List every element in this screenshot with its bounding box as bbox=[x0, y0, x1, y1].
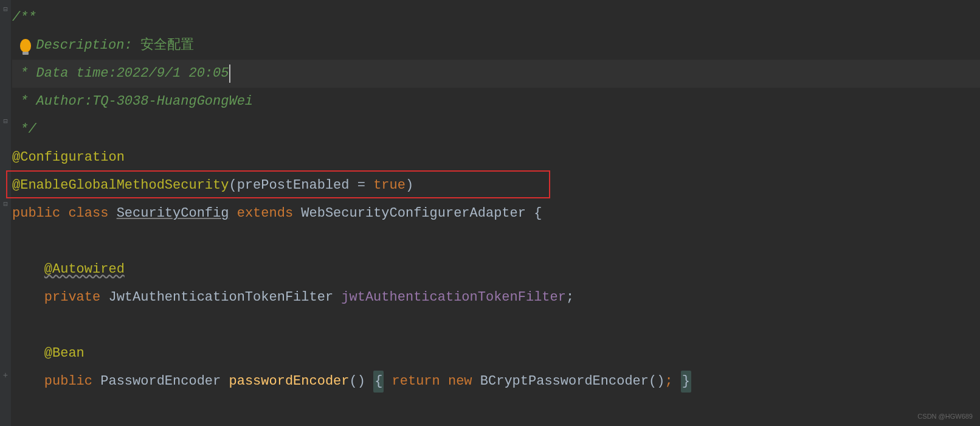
comment-line: Description: 安全配置 bbox=[12, 32, 980, 60]
annotation-bean: @Bean bbox=[44, 343, 85, 364]
annotation-param-name: prePostEnabled bbox=[237, 175, 350, 196]
class-declaration-line: public class SecurityConfig extends WebS… bbox=[12, 200, 980, 228]
annotation-configuration: @Configuration bbox=[12, 147, 125, 168]
comment-line: /** bbox=[12, 4, 980, 32]
annotation-autowired: @Autowired bbox=[44, 259, 125, 280]
brace-open: { bbox=[534, 203, 542, 224]
fold-marker-icon[interactable]: ⊟ bbox=[1, 118, 10, 127]
constructor-parens: () bbox=[649, 371, 664, 392]
comment-line-current: * Data time: 2022/9/1 20:05 bbox=[12, 60, 980, 88]
annotation-line: @Configuration bbox=[12, 144, 980, 172]
comment-line: * Author: TQ-3038-HuangGongWei bbox=[12, 88, 980, 116]
equals-sign: = bbox=[350, 175, 374, 196]
method-parens: () bbox=[350, 371, 365, 392]
return-type: PasswordEncoder bbox=[100, 371, 221, 392]
comment-datetime-label: Data time: bbox=[36, 63, 117, 84]
field-type: JwtAuthenticationTokenFilter bbox=[108, 287, 333, 308]
annotation-line: @Autowired bbox=[12, 256, 980, 284]
keyword-extends: extends bbox=[237, 203, 293, 224]
lightbulb-icon[interactable] bbox=[20, 39, 31, 52]
semicolon: ; bbox=[664, 371, 672, 392]
comment-datetime-value: 2022/9/1 20:05 bbox=[117, 63, 229, 84]
text-cursor bbox=[229, 65, 230, 83]
comment-author-value: TQ-3038-HuangGongWei bbox=[92, 91, 253, 112]
annotation-line-highlighted: @EnableGlobalMethodSecurity ( prePostEna… bbox=[12, 172, 980, 200]
annotation-enable-global: @EnableGlobalMethodSecurity bbox=[12, 175, 229, 196]
method-name: passwordEncoder bbox=[229, 371, 349, 392]
watermark-text: CSDN @HGW689 bbox=[917, 411, 973, 422]
paren-open: ( bbox=[229, 175, 236, 196]
editor-gutter: ⊟ ⊟ ⊟ + bbox=[0, 0, 11, 426]
paren-close: ) bbox=[405, 175, 413, 196]
field-declaration-line: private JwtAuthenticationTokenFilter jwt… bbox=[12, 284, 980, 312]
keyword-public: public bbox=[44, 371, 92, 392]
comment-description-value: 安全配置 bbox=[140, 35, 194, 56]
class-name: SecurityConfig bbox=[117, 203, 229, 224]
comment-author-label: Author: bbox=[36, 91, 92, 112]
constructor-name: BCryptPasswordEncoder bbox=[480, 371, 649, 392]
keyword-private: private bbox=[44, 287, 100, 308]
comment-close: */ bbox=[20, 119, 36, 140]
parent-class-name: WebSecurityConfigurerAdapter bbox=[301, 203, 526, 224]
gutter-plus-icon[interactable]: + bbox=[1, 369, 10, 382]
brace-close-highlighted: } bbox=[681, 371, 691, 392]
code-editor[interactable]: /** Description: 安全配置 * Data time: 2022/… bbox=[0, 0, 980, 396]
brace-open-highlighted: { bbox=[373, 371, 384, 392]
field-name: jwtAuthenticationTokenFilter bbox=[341, 287, 566, 308]
annotation-param-value: true bbox=[373, 175, 405, 196]
semicolon: ; bbox=[566, 287, 574, 308]
keyword-public: public bbox=[12, 203, 60, 224]
method-declaration-line: public PasswordEncoder passwordEncoder (… bbox=[12, 368, 980, 396]
comment-open: /** bbox=[12, 7, 36, 28]
keyword-class: class bbox=[68, 203, 108, 224]
comment-line: */ bbox=[12, 116, 980, 144]
comment-description-label: Description: bbox=[36, 35, 132, 56]
fold-marker-icon[interactable]: ⊟ bbox=[1, 6, 10, 15]
keyword-return: return bbox=[392, 371, 440, 392]
annotation-line: @Bean bbox=[12, 340, 980, 368]
fold-marker-icon[interactable]: ⊟ bbox=[1, 201, 10, 209]
blank-line bbox=[12, 228, 980, 256]
blank-line bbox=[12, 312, 980, 340]
keyword-new: new bbox=[448, 371, 472, 392]
